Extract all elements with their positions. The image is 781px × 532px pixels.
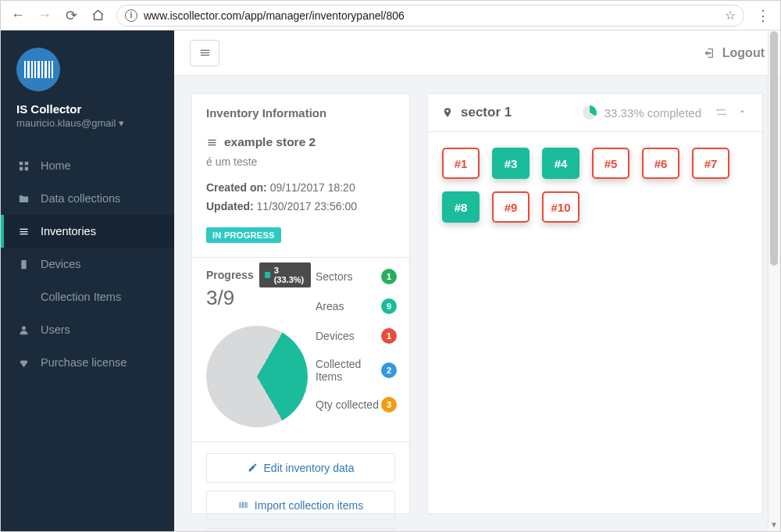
area-tile[interactable]: #6 <box>642 148 679 179</box>
stat-row: Sectors1 <box>316 269 397 284</box>
mini-pie-icon <box>583 105 597 120</box>
stat-row: Collected Items2 <box>316 358 397 383</box>
store-subtitle: é um teste <box>206 155 395 168</box>
sidebar-toggle-button[interactable] <box>190 40 219 66</box>
sidebar-item-label: Data collections <box>41 192 120 205</box>
sidebar-item-purchase-license[interactable]: Purchase license <box>1 346 174 379</box>
edit-inventory-button[interactable]: Edit inventory data <box>206 453 395 483</box>
add-sector-button[interactable]: Add sector <box>206 528 395 531</box>
list-icon <box>206 137 218 148</box>
stat-row: Qty collected3 <box>316 397 397 412</box>
stat-label: Collected Items <box>316 358 381 383</box>
main-content: Logout Inventory Information example sto… <box>174 30 780 531</box>
area-tile[interactable]: #4 <box>542 148 580 179</box>
store-name: example store 2 <box>224 135 316 149</box>
chart-tooltip: 3 (33.3%) <box>259 262 311 287</box>
chevron-down-icon: ▾ <box>119 117 124 129</box>
site-info-icon[interactable]: i <box>125 9 137 22</box>
browser-menu-icon[interactable]: ⋮ <box>752 5 774 27</box>
app-logo <box>16 48 60 91</box>
pin-icon <box>442 107 453 118</box>
sidebar-item-inventories[interactable]: Inventories <box>1 215 174 248</box>
forward-button[interactable]: → <box>34 5 55 27</box>
sidebar-item-label: Purchase license <box>41 356 127 369</box>
logout-link[interactable]: Logout <box>702 46 765 60</box>
status-badge: IN PROGRESS <box>206 227 281 243</box>
stat-label: Devices <box>316 330 355 342</box>
back-button[interactable]: ← <box>7 5 29 27</box>
sidebar-item-label: Inventories <box>41 225 96 237</box>
sidebar-item-label: Devices <box>41 258 81 270</box>
stat-label: Qty collected <box>316 398 379 411</box>
stat-row: Devices1 <box>316 328 397 344</box>
reload-button[interactable]: ⟳ <box>60 5 82 27</box>
progress-pie-chart <box>206 326 308 427</box>
sidebar-item-collection-items[interactable]: Collection Items <box>1 280 174 313</box>
created-date: 09/11/2017 18:20 <box>270 181 355 194</box>
stat-badge: 1 <box>381 328 397 344</box>
sidebar-item-home[interactable]: Home <box>1 149 174 182</box>
stat-badge: 3 <box>381 397 397 412</box>
area-tile[interactable]: #5 <box>592 148 629 179</box>
area-tile[interactable]: #9 <box>492 191 530 223</box>
updated-date: 11/30/2017 23:56:00 <box>257 200 357 212</box>
pencil-icon <box>248 462 258 473</box>
sidebar-item-users[interactable]: Users <box>1 313 174 346</box>
stat-badge: 9 <box>381 298 397 314</box>
sector-title: sector 1 <box>461 105 512 120</box>
area-tile[interactable]: #3 <box>492 148 530 179</box>
progress-fraction: 3/9 <box>206 286 308 310</box>
sector-card: sector 1 33.33% completed <box>427 93 763 514</box>
sidebar: IS Collector mauricio.klaus@gmail ▾ Home… <box>1 30 174 531</box>
bookmark-icon[interactable]: ☆ <box>725 8 736 23</box>
barcode-icon <box>238 500 248 510</box>
inventory-info-card: Inventory Information example store 2 é … <box>191 93 410 514</box>
url-text: www.iscollector.com/app/manager/inventor… <box>144 9 405 22</box>
import-items-button[interactable]: Import collection items <box>206 491 395 520</box>
sector-progress: 33.33% completed <box>583 105 701 120</box>
sidebar-item-data-collections[interactable]: Data collections <box>1 182 174 215</box>
sidebar-item-label: Home <box>41 159 71 172</box>
area-tile[interactable]: #8 <box>442 191 480 223</box>
stat-badge: 1 <box>381 269 397 284</box>
card-title: Inventory Information <box>192 94 409 127</box>
area-tile[interactable]: #1 <box>442 148 480 179</box>
sidebar-item-devices[interactable]: Devices <box>1 248 174 280</box>
stat-row: Areas9 <box>316 298 397 314</box>
page-scrollbar[interactable]: ▲ ▼ <box>768 31 779 530</box>
home-button[interactable] <box>87 5 109 27</box>
browser-toolbar: ← → ⟳ i www.iscollector.com/app/manager/… <box>1 1 780 30</box>
app-title: IS Collector <box>16 102 159 116</box>
stat-badge: 2 <box>381 362 397 378</box>
address-bar[interactable]: i www.iscollector.com/app/manager/invent… <box>116 5 744 27</box>
stat-label: Areas <box>316 300 344 312</box>
area-tile[interactable]: #10 <box>542 191 580 223</box>
collapse-icon[interactable] <box>736 105 748 120</box>
settings-icon[interactable] <box>715 105 727 120</box>
area-tile[interactable]: #7 <box>692 148 729 179</box>
user-email-dropdown[interactable]: mauricio.klaus@gmail ▾ <box>16 117 159 129</box>
sidebar-item-label: Users <box>41 323 70 336</box>
stat-label: Sectors <box>316 270 352 283</box>
sidebar-item-label: Collection Items <box>41 291 121 303</box>
